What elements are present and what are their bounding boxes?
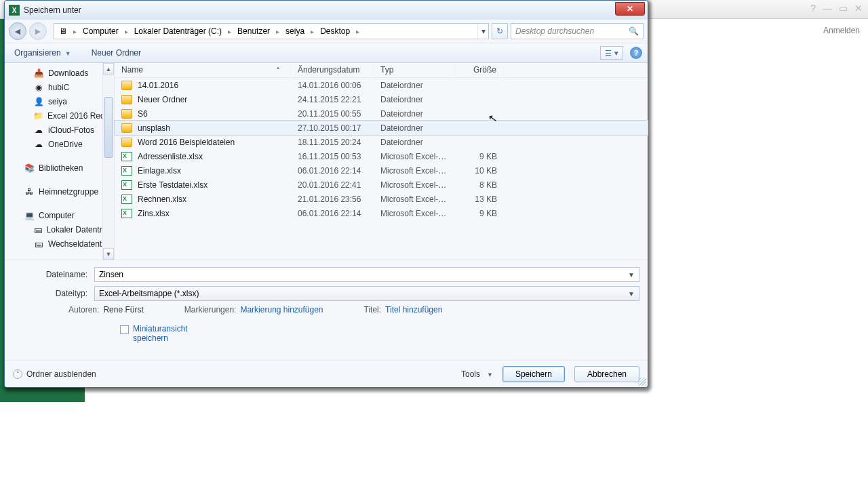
- file-list[interactable]: Name▴ Änderungsdatum Typ Größe 14.01.201…: [115, 63, 648, 260]
- tools-button[interactable]: Tools▼: [461, 369, 493, 379]
- window-title: Speichern unter: [24, 5, 81, 15]
- folder-icon: [121, 123, 132, 133]
- resize-grip[interactable]: [638, 378, 646, 386]
- breadcrumb-dropdown[interactable]: ▾: [477, 24, 488, 39]
- filename-input[interactable]: Zinsen▼: [94, 267, 639, 282]
- computer-icon: 🖥: [59, 26, 67, 36]
- filetype-select[interactable]: Excel-Arbeitsmappe (*.xlsx)▼: [94, 286, 639, 301]
- organize-button[interactable]: Organisieren▼: [10, 46, 75, 60]
- folder-icon: 📚: [24, 163, 35, 174]
- titlebar[interactable]: X Speichern unter ✕: [5, 1, 648, 20]
- file-row[interactable]: Erste Testdatei.xlsx20.01.2016 22:41Micr…: [115, 178, 648, 192]
- save-as-dialog: X Speichern unter ✕ ◄ ► 🖥▸ Computer▸ Lok…: [4, 0, 648, 388]
- title-label: Titel:: [364, 305, 382, 314]
- excel-file-icon: [121, 195, 132, 204]
- new-folder-button[interactable]: Neuer Ordner: [87, 46, 145, 60]
- tree-item[interactable]: ☁OneDrive: [5, 137, 114, 151]
- tags-value[interactable]: Markierung hinzufügen: [240, 305, 323, 314]
- folder-icon: [121, 95, 132, 104]
- folder-icon: ☁: [33, 139, 44, 150]
- search-icon: 🔍: [629, 26, 639, 36]
- folder-icon: 🖴: [33, 224, 43, 235]
- title-value[interactable]: Titel hinzufügen: [385, 305, 442, 314]
- nav-forward-button[interactable]: ►: [29, 22, 47, 40]
- file-row[interactable]: Einlage.xlsx06.01.2016 22:14Microsoft Ex…: [115, 163, 648, 178]
- breadcrumb[interactable]: 🖥▸ Computer▸ Lokaler Datenträger (C:)▸ B…: [54, 23, 489, 39]
- authors-label: Autoren:: [68, 305, 99, 314]
- authors-value[interactable]: Rene Fürst: [103, 305, 143, 314]
- bg-window-controls: ?—▭✕: [810, 3, 863, 14]
- thumbnail-label: Miniaturansicht speichern: [133, 324, 201, 343]
- folder-icon: [121, 109, 132, 119]
- file-row[interactable]: Zins.xlsx06.01.2016 22:14Microsoft Excel…: [115, 206, 648, 220]
- excel-file-icon: [121, 166, 132, 176]
- excel-file-icon: [121, 209, 132, 218]
- help-icon: ?: [810, 3, 816, 14]
- save-button[interactable]: Speichern: [502, 366, 565, 382]
- maximize-icon: ▭: [839, 3, 848, 14]
- cancel-button[interactable]: Abbrechen: [574, 366, 639, 382]
- folder-icon: ◉: [33, 82, 44, 93]
- file-row[interactable]: 14.01.201614.01.2016 00:06Dateiordner: [115, 78, 648, 92]
- help-button[interactable]: ?: [630, 47, 642, 59]
- file-row[interactable]: Rechnen.xlsx21.01.2016 23:56Microsoft Ex…: [115, 192, 648, 206]
- tree-item[interactable]: 🖴Lokaler Datenträg: [5, 222, 114, 237]
- tree-item[interactable]: 📚Bibliotheken: [5, 161, 114, 175]
- excel-file-icon: [121, 180, 132, 190]
- tree-item[interactable]: 📥Downloads: [5, 66, 114, 80]
- tree-item[interactable]: ☁iCloud-Fotos: [5, 123, 114, 137]
- thumbnail-checkbox[interactable]: [120, 325, 129, 334]
- tree-item[interactable]: 🖴Wechseldatenträ: [5, 237, 114, 251]
- search-input[interactable]: Desktop durchsuchen 🔍: [511, 23, 644, 39]
- column-type[interactable]: Typ: [374, 63, 455, 77]
- minimize-icon: —: [823, 3, 832, 14]
- folder-icon: 💻: [24, 210, 35, 221]
- column-modified[interactable]: Änderungsdatum: [291, 63, 374, 77]
- folder-tree[interactable]: 📥Downloads◉hubiC👤seiya📁Excel 2016 Rechn☁…: [5, 63, 115, 260]
- tags-label: Markierungen:: [184, 305, 237, 314]
- filename-label: Dateiname:: [13, 270, 94, 279]
- refresh-button[interactable]: ↻: [492, 23, 508, 39]
- filetype-label: Dateityp:: [13, 289, 94, 298]
- column-name[interactable]: Name▴: [115, 63, 291, 77]
- folder-icon: 👤: [33, 96, 44, 107]
- view-options-button[interactable]: ☰ ▾: [600, 46, 623, 60]
- tree-item[interactable]: 👤seiya: [5, 94, 114, 108]
- tree-item[interactable]: 🖧Heimnetzgruppe: [5, 184, 114, 199]
- tree-item[interactable]: ◉hubiC: [5, 80, 114, 94]
- tree-item[interactable]: 📁Excel 2016 Rechn: [5, 108, 114, 123]
- scroll-up-icon[interactable]: ▲: [103, 63, 114, 75]
- excel-icon: X: [9, 5, 20, 16]
- scroll-thumb[interactable]: [104, 97, 113, 158]
- folder-icon: 📁: [33, 110, 43, 121]
- file-row[interactable]: Adressenliste.xlsx16.11.2015 00:53Micros…: [115, 149, 648, 163]
- excel-file-icon: [121, 152, 132, 161]
- hide-folders-button[interactable]: ˄ Ordner ausblenden: [13, 369, 96, 379]
- sort-indicator-icon: ▴: [277, 64, 279, 70]
- file-row[interactable]: unsplash27.10.2015 00:17Dateiordner: [115, 121, 648, 135]
- tree-scrollbar[interactable]: ▲ ▼: [102, 63, 114, 260]
- nav-back-button[interactable]: ◄: [9, 22, 26, 40]
- close-button[interactable]: ✕: [615, 2, 645, 16]
- folder-icon: 📥: [33, 68, 44, 79]
- folder-icon: [121, 81, 132, 90]
- close-icon: ✕: [854, 3, 863, 14]
- folder-icon: 🖧: [24, 186, 35, 197]
- folder-icon: [121, 138, 132, 147]
- folder-icon: 🖴: [33, 239, 44, 249]
- file-row[interactable]: S620.11.2015 00:55Dateiordner: [115, 106, 648, 121]
- chevron-up-icon: ˄: [13, 369, 22, 379]
- scroll-down-icon[interactable]: ▼: [103, 248, 114, 260]
- sign-in-link[interactable]: Anmelden: [823, 26, 860, 35]
- folder-icon: ☁: [33, 125, 44, 136]
- tree-item[interactable]: 💻Computer: [5, 208, 114, 222]
- file-row[interactable]: Word 2016 Beispieldateien18.11.2015 20:2…: [115, 135, 648, 149]
- file-row[interactable]: Neuer Ordner24.11.2015 22:21Dateiordner: [115, 92, 648, 106]
- column-size[interactable]: Größe: [455, 63, 504, 77]
